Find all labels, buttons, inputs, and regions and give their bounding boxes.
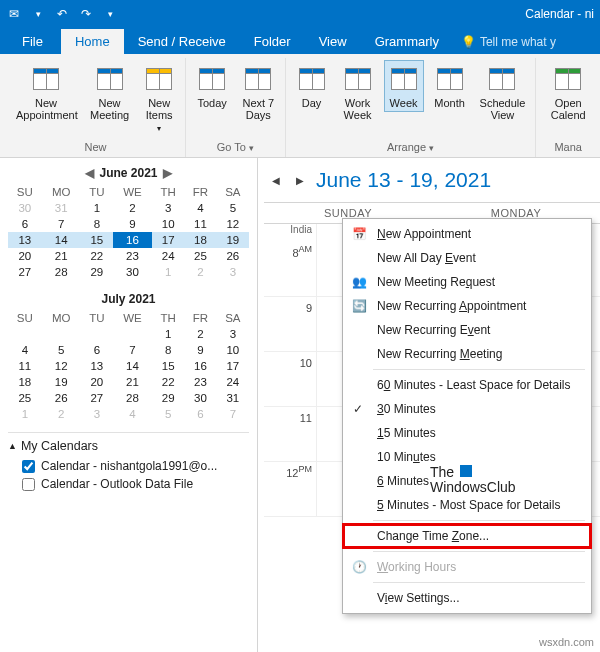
- my-calendars-header[interactable]: ▲ My Calendars: [8, 439, 249, 457]
- new-items-button[interactable]: New Items ▾: [139, 60, 179, 137]
- today-button[interactable]: Today: [192, 60, 232, 112]
- mini-cal-day[interactable]: 4: [113, 406, 152, 422]
- mini-cal-day[interactable]: 3: [152, 200, 184, 216]
- ctx-change-time-zone[interactable]: Change Time Zone...: [343, 524, 591, 548]
- mini-cal-day[interactable]: 15: [152, 358, 184, 374]
- work-week-button[interactable]: Work Week: [338, 60, 378, 124]
- mini-cal-day[interactable]: 26: [42, 390, 81, 406]
- undo-icon[interactable]: ↶: [54, 6, 70, 22]
- mini-cal-day[interactable]: 14: [42, 232, 81, 248]
- mini-cal-day[interactable]: 6: [8, 216, 42, 232]
- mini-cal-day[interactable]: 1: [8, 406, 42, 422]
- mini-cal-day[interactable]: 17: [152, 232, 184, 248]
- mini-cal-day[interactable]: 5: [217, 200, 249, 216]
- ctx-view-settings[interactable]: View Settings...: [343, 586, 591, 610]
- mini-cal-day[interactable]: 22: [152, 374, 184, 390]
- mini-cal-day[interactable]: 21: [42, 248, 81, 264]
- qat-customize-icon[interactable]: ▾: [102, 6, 118, 22]
- mini-cal-day[interactable]: 15: [81, 232, 113, 248]
- mini-cal-day[interactable]: [8, 326, 42, 342]
- ctx-new-all-day-event[interactable]: New All Day Event: [343, 246, 591, 270]
- month-button[interactable]: Month: [430, 60, 470, 112]
- mini-cal-day[interactable]: 22: [81, 248, 113, 264]
- mini-cal-day[interactable]: 28: [113, 390, 152, 406]
- mini-cal-day[interactable]: 13: [81, 358, 113, 374]
- mini-cal-day[interactable]: 5: [42, 342, 81, 358]
- mini-cal-day[interactable]: 2: [42, 406, 81, 422]
- mail-icon[interactable]: ✉: [6, 6, 22, 22]
- mini-cal-day[interactable]: 7: [113, 342, 152, 358]
- ctx-60-minutes[interactable]: 60 Minutes - Least Space for Details: [343, 373, 591, 397]
- mini-cal-day[interactable]: 26: [217, 248, 249, 264]
- mini-cal-day[interactable]: 25: [8, 390, 42, 406]
- mini-cal-day[interactable]: 10: [217, 342, 249, 358]
- mini-cal-day[interactable]: 30: [8, 200, 42, 216]
- mini-cal-day[interactable]: 18: [8, 374, 42, 390]
- mini-cal-day[interactable]: 23: [184, 374, 216, 390]
- day-button[interactable]: Day: [292, 60, 332, 112]
- mini-calendar-june[interactable]: ◀June 2021▶SUMOTUWETHFRSA303112345678910…: [8, 164, 249, 280]
- new-appointment-button[interactable]: New Appointment: [12, 60, 80, 124]
- mini-cal-day[interactable]: 27: [81, 390, 113, 406]
- mini-cal-day[interactable]: 25: [184, 248, 216, 264]
- tab-folder[interactable]: Folder: [240, 29, 305, 54]
- tab-send-receive[interactable]: Send / Receive: [124, 29, 240, 54]
- qat-dropdown-icon[interactable]: ▾: [30, 6, 46, 22]
- mini-cal-day[interactable]: 14: [113, 358, 152, 374]
- mini-cal-day[interactable]: 1: [152, 264, 184, 280]
- mini-cal-day[interactable]: 20: [8, 248, 42, 264]
- mini-cal-day[interactable]: [42, 326, 81, 342]
- mini-cal-day[interactable]: 9: [113, 216, 152, 232]
- mini-cal-day[interactable]: 2: [184, 264, 216, 280]
- mini-cal-day[interactable]: 12: [42, 358, 81, 374]
- ctx-new-recurring-event[interactable]: New Recurring Event: [343, 318, 591, 342]
- mini-cal-day[interactable]: 9: [184, 342, 216, 358]
- week-button[interactable]: Week: [384, 60, 424, 112]
- mini-cal-day[interactable]: 23: [113, 248, 152, 264]
- mini-cal-day[interactable]: 12: [217, 216, 249, 232]
- mini-cal-day[interactable]: 8: [152, 342, 184, 358]
- mini-cal-day[interactable]: 18: [184, 232, 216, 248]
- mini-cal-day[interactable]: 16: [113, 232, 152, 248]
- prev-month-button[interactable]: ◀: [83, 166, 95, 180]
- mini-cal-day[interactable]: 13: [8, 232, 42, 248]
- mini-cal-day[interactable]: 1: [152, 326, 184, 342]
- calendar-list-item[interactable]: Calendar - Outlook Data File: [8, 475, 249, 493]
- mini-cal-day[interactable]: 5: [152, 406, 184, 422]
- mini-cal-day[interactable]: 7: [217, 406, 249, 422]
- mini-cal-day[interactable]: 3: [217, 326, 249, 342]
- mini-cal-day[interactable]: 2: [184, 326, 216, 342]
- mini-cal-day[interactable]: 31: [42, 200, 81, 216]
- mini-cal-day[interactable]: 16: [184, 358, 216, 374]
- tell-me-search[interactable]: 💡 Tell me what y: [453, 30, 564, 54]
- mini-cal-day[interactable]: 20: [81, 374, 113, 390]
- tab-home[interactable]: Home: [61, 29, 124, 54]
- mini-cal-day[interactable]: 10: [152, 216, 184, 232]
- mini-cal-day[interactable]: 30: [113, 264, 152, 280]
- calendar-checkbox[interactable]: [22, 478, 35, 491]
- tab-view[interactable]: View: [305, 29, 361, 54]
- mini-cal-day[interactable]: 21: [113, 374, 152, 390]
- mini-cal-day[interactable]: 29: [81, 264, 113, 280]
- mini-cal-day[interactable]: 6: [184, 406, 216, 422]
- redo-icon[interactable]: ↷: [78, 6, 94, 22]
- mini-cal-day[interactable]: 17: [217, 358, 249, 374]
- mini-cal-day[interactable]: 28: [42, 264, 81, 280]
- ctx-new-meeting-request[interactable]: 👥New Meeting Request: [343, 270, 591, 294]
- ctx-5-minutes[interactable]: 5 Minutes - Most Space for Details: [343, 493, 591, 517]
- schedule-view-button[interactable]: Schedule View: [476, 60, 530, 124]
- mini-cal-day[interactable]: 1: [81, 200, 113, 216]
- next-month-button[interactable]: ▶: [162, 166, 174, 180]
- ctx-new-recurring-meeting[interactable]: New Recurring Meeting: [343, 342, 591, 366]
- next-week-button[interactable]: ▶: [292, 173, 308, 188]
- mini-cal-day[interactable]: 6: [81, 342, 113, 358]
- calendar-checkbox[interactable]: [22, 460, 35, 473]
- next-7-days-button[interactable]: Next 7 Days: [238, 60, 278, 124]
- mini-cal-day[interactable]: 24: [152, 248, 184, 264]
- tab-grammarly[interactable]: Grammarly: [361, 29, 453, 54]
- mini-cal-day[interactable]: 31: [217, 390, 249, 406]
- prev-week-button[interactable]: ◀: [268, 173, 284, 188]
- mini-cal-day[interactable]: 3: [217, 264, 249, 280]
- mini-cal-day[interactable]: 8: [81, 216, 113, 232]
- ctx-new-recurring-appointment[interactable]: 🔄New Recurring Appointment: [343, 294, 591, 318]
